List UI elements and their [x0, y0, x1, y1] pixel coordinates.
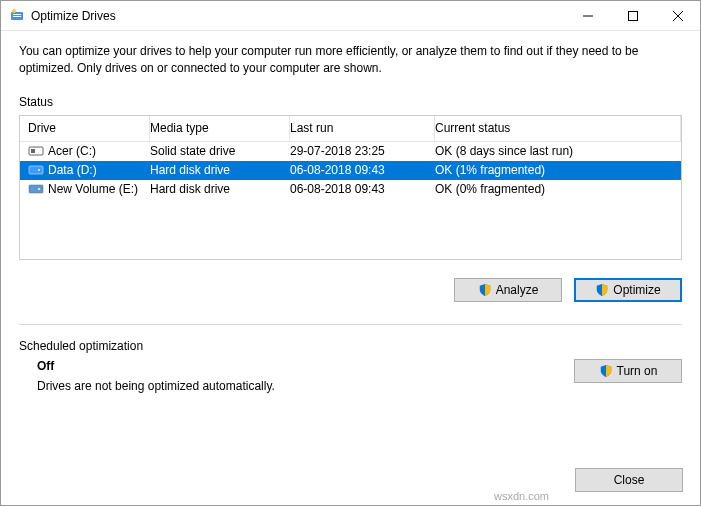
content-area: You can optimize your drives to help you…: [1, 31, 700, 405]
close-window-button[interactable]: [655, 1, 700, 30]
optimize-button[interactable]: Optimize: [574, 278, 682, 302]
shield-icon: [595, 283, 609, 297]
drive-icon: [28, 183, 44, 195]
analyze-button[interactable]: Analyze: [454, 278, 562, 302]
drive-name: Data (D:): [48, 163, 97, 177]
drive-media: Hard disk drive: [150, 182, 290, 196]
svg-point-3: [12, 9, 16, 13]
svg-rect-2: [13, 16, 21, 17]
window-title: Optimize Drives: [31, 9, 565, 23]
drive-last-run: 06-08-2018 09:43: [290, 182, 435, 196]
svg-point-11: [38, 169, 40, 171]
column-media[interactable]: Media type: [150, 116, 290, 141]
status-label: Status: [19, 95, 682, 109]
action-button-row: Analyze Optimize: [19, 278, 682, 302]
drives-header: Drive Media type Last run Current status: [20, 116, 681, 142]
drive-status: OK (1% fragmented): [435, 163, 681, 177]
minimize-button[interactable]: [565, 1, 610, 30]
shield-icon: [478, 283, 492, 297]
drive-name: New Volume (E:): [48, 182, 138, 196]
drive-last-run: 06-08-2018 09:43: [290, 163, 435, 177]
drive-icon: [28, 164, 44, 176]
close-label: Close: [614, 473, 645, 487]
svg-rect-5: [628, 11, 637, 20]
drive-status: OK (0% fragmented): [435, 182, 681, 196]
column-last-run[interactable]: Last run: [290, 116, 435, 141]
column-drive[interactable]: Drive: [20, 116, 150, 141]
svg-rect-10: [29, 166, 43, 174]
titlebar: Optimize Drives: [1, 1, 700, 31]
drive-name: Acer (C:): [48, 144, 96, 158]
turn-on-button[interactable]: Turn on: [574, 359, 682, 383]
scheduled-state: Off: [37, 359, 544, 373]
app-icon: [9, 8, 25, 24]
drive-media: Solid state drive: [150, 144, 290, 158]
drive-status: OK (8 days since last run): [435, 144, 681, 158]
scheduled-section: Off Drives are not being optimized autom…: [19, 359, 682, 393]
svg-rect-12: [29, 185, 43, 193]
column-current-status[interactable]: Current status: [435, 116, 681, 141]
optimize-label: Optimize: [613, 283, 660, 297]
svg-rect-9: [31, 149, 35, 153]
watermark: wsxdn.com: [494, 490, 549, 502]
drive-last-run: 29-07-2018 23:25: [290, 144, 435, 158]
divider: [19, 324, 682, 325]
drive-row[interactable]: Data (D:) Hard disk drive 06-08-2018 09:…: [20, 161, 681, 180]
scheduled-label: Scheduled optimization: [19, 339, 682, 353]
drive-row[interactable]: Acer (C:) Solid state drive 29-07-2018 2…: [20, 142, 681, 161]
svg-rect-1: [13, 14, 21, 15]
maximize-button[interactable]: [610, 1, 655, 30]
svg-point-13: [38, 188, 40, 190]
drives-list[interactable]: Drive Media type Last run Current status…: [19, 115, 682, 260]
drive-row[interactable]: New Volume (E:) Hard disk drive 06-08-20…: [20, 180, 681, 199]
drive-media: Hard disk drive: [150, 163, 290, 177]
analyze-label: Analyze: [496, 283, 539, 297]
shield-icon: [599, 364, 613, 378]
drive-icon: [28, 145, 44, 157]
scheduled-desc: Drives are not being optimized automatic…: [37, 379, 544, 393]
intro-text: You can optimize your drives to help you…: [19, 43, 682, 77]
close-button[interactable]: Close: [575, 468, 683, 492]
turn-on-label: Turn on: [617, 364, 658, 378]
